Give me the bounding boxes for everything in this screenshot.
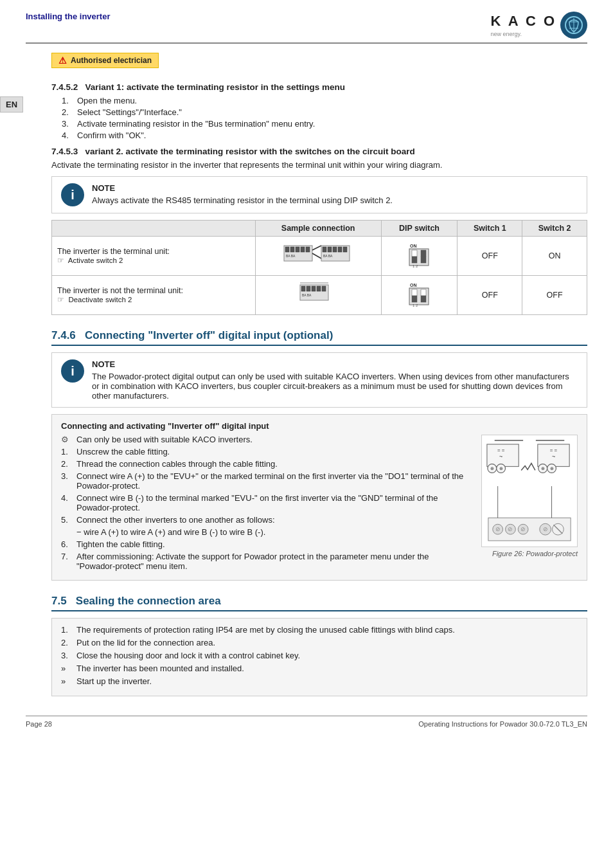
note-746-text: The Powador-protect digital output can o…	[92, 372, 578, 401]
svg-text:⊘: ⊘	[520, 526, 526, 532]
footer-page: Page 28	[26, 720, 52, 728]
svg-text:⊘: ⊘	[508, 526, 513, 532]
svg-rect-5	[285, 247, 289, 252]
sealing-step-1: 1. The requirements of protection rating…	[61, 625, 578, 635]
connecting-section: Connecting and activating "Inverter off"…	[51, 414, 587, 581]
svg-rect-15	[328, 247, 332, 252]
svg-text:⊕: ⊕	[550, 466, 554, 471]
svg-text:BA BA: BA BA	[286, 254, 296, 258]
svg-rect-25	[421, 257, 426, 263]
info-icon-746: i	[61, 359, 84, 383]
col-header-desc	[52, 221, 256, 237]
figure-label: Figure 26: Powador-protect	[492, 550, 578, 557]
svg-rect-14	[323, 247, 326, 252]
svg-text:1  2: 1 2	[413, 303, 418, 307]
figure-powador-protect: = = ~ ⊕ ⊕ = = ~ ⊕	[475, 435, 578, 574]
svg-text:= =: = =	[497, 448, 505, 453]
svg-text:~: ~	[499, 453, 502, 460]
svg-rect-32	[322, 286, 326, 291]
step-1: 1.Open the menu.	[62, 96, 587, 105]
svg-rect-17	[338, 247, 342, 252]
step-4: 4.Confirm with "OK".	[62, 131, 587, 140]
page-header: Installing the inverter K A C O new ener…	[26, 12, 587, 44]
svg-rect-38	[412, 296, 417, 302]
svg-text:ON: ON	[410, 244, 417, 248]
sample-connection-1: BA BA BA BA	[283, 240, 353, 269]
info-icon: i	[61, 183, 84, 206]
sealing-result-1: » The inverter has been mounted and inst…	[61, 664, 578, 673]
auth-badge-label: Authorised electrician	[71, 56, 152, 65]
svg-rect-22	[412, 250, 417, 257]
logo-tagline: new energy.	[491, 31, 556, 37]
row1-desc: The inverter is the terminal unit:	[57, 247, 250, 256]
svg-rect-37	[412, 289, 417, 296]
connecting-item-3: 3. Connect wire A (+) to the "EVU+" or t…	[61, 471, 465, 491]
table-row-2: The inverter is not the terminal unit: ☞…	[52, 276, 587, 315]
section-75-heading: 7.5 Sealing the connection area	[51, 595, 587, 611]
note-box-746: i NOTE The Powador-protect digital outpu…	[51, 352, 587, 408]
section-7453-intro: Activate the terminating resistor in the…	[51, 160, 587, 170]
footer-doc-title: Operating Instructions for Powador 30.0-…	[418, 720, 587, 728]
col-header-dip: DIP switch	[381, 221, 458, 237]
svg-text:⊘: ⊘	[495, 526, 501, 532]
warning-icon: ⚠	[58, 55, 67, 66]
row2-desc: The inverter is not the terminal unit:	[57, 286, 250, 295]
svg-text:ON: ON	[410, 283, 417, 287]
svg-rect-31	[317, 286, 321, 291]
svg-line-12	[312, 253, 321, 258]
svg-rect-28	[301, 286, 305, 291]
connecting-item-2: 2. Thread the connection cables through …	[61, 459, 465, 469]
svg-rect-39	[421, 289, 426, 296]
svg-text:⊕: ⊕	[541, 466, 545, 471]
svg-text:BA BA: BA BA	[323, 254, 333, 258]
section-7452-steps: 1.Open the menu. 2.Select "Settings"/"In…	[62, 96, 587, 140]
note-text: Always activate the RS485 terminating re…	[92, 195, 393, 205]
auth-electrician-badge: ⚠ Authorised electrician	[51, 53, 159, 68]
connecting-item-7: 6. Tighten the cable fitting.	[61, 539, 465, 549]
connecting-item-1: 1. Unscrew the cable fitting.	[61, 447, 465, 457]
svg-rect-29	[306, 286, 310, 291]
language-badge: EN	[0, 96, 23, 113]
row1-sub: ☞ Activate switch 2	[57, 256, 250, 265]
svg-text:⊘: ⊘	[543, 526, 548, 532]
col-header-sample: Sample connection	[255, 221, 381, 237]
svg-rect-16	[333, 247, 337, 252]
sample-connection-2: BA BA	[299, 280, 337, 309]
svg-rect-18	[343, 247, 347, 252]
dip-switch-2: ON 1 2	[407, 281, 432, 308]
note-box-7453: i NOTE Always activate the RS485 termina…	[51, 176, 587, 213]
connecting-item-6: − wire A (+) to wire A (+) and wire B (-…	[76, 527, 465, 537]
svg-rect-23	[412, 257, 417, 263]
section-746: 7.4.6 Connecting "Inverter off" digital …	[51, 329, 587, 581]
section-7452-title: 7.4.5.2 Variant 1: activate the terminat…	[51, 82, 587, 92]
svg-rect-24	[421, 250, 426, 257]
svg-text:= =: = =	[550, 448, 558, 453]
header-title: Installing the inverter	[26, 12, 110, 21]
svg-rect-30	[312, 286, 315, 291]
step-3: 3.Activate terminating resistor in the "…	[62, 119, 587, 129]
svg-rect-6	[290, 247, 294, 252]
connecting-title: Connecting and activating "Inverter off"…	[61, 421, 578, 431]
section-746-heading: 7.4.6 Connecting "Inverter off" digital …	[51, 329, 587, 346]
table-row-1: The inverter is the terminal unit: ☞ Act…	[52, 237, 587, 276]
svg-rect-7	[296, 247, 299, 252]
col-header-sw1: Switch 1	[458, 221, 522, 237]
page-footer: Page 28 Operating Instructions for Powad…	[26, 716, 587, 728]
connecting-item-5: 5. Connect the other inverters to one an…	[61, 515, 465, 525]
svg-text:1  2: 1 2	[413, 264, 418, 268]
section-7453: 7.4.5.3 variant 2. activate the terminat…	[51, 147, 587, 315]
svg-rect-40	[421, 296, 426, 302]
section-75: 7.5 Sealing the connection area 1. The r…	[51, 595, 587, 696]
sealing-list: 1. The requirements of protection rating…	[51, 618, 587, 696]
connecting-item-0: ⚙ Can only be used with suitable KACO in…	[61, 435, 465, 444]
logo-kaco: K A C O	[491, 13, 556, 30]
logo-circle-icon	[560, 12, 587, 39]
svg-rect-9	[306, 247, 310, 252]
note-746-title: NOTE	[92, 359, 578, 369]
row2-sub: ☞ Deactivate switch 2	[57, 295, 250, 304]
svg-text:⊕: ⊕	[499, 466, 503, 471]
svg-text:BA BA: BA BA	[302, 293, 312, 297]
note-title: NOTE	[92, 183, 393, 193]
section-7453-title: 7.4.5.3 variant 2. activate the terminat…	[51, 147, 587, 156]
svg-text:⊕: ⊕	[490, 466, 494, 471]
